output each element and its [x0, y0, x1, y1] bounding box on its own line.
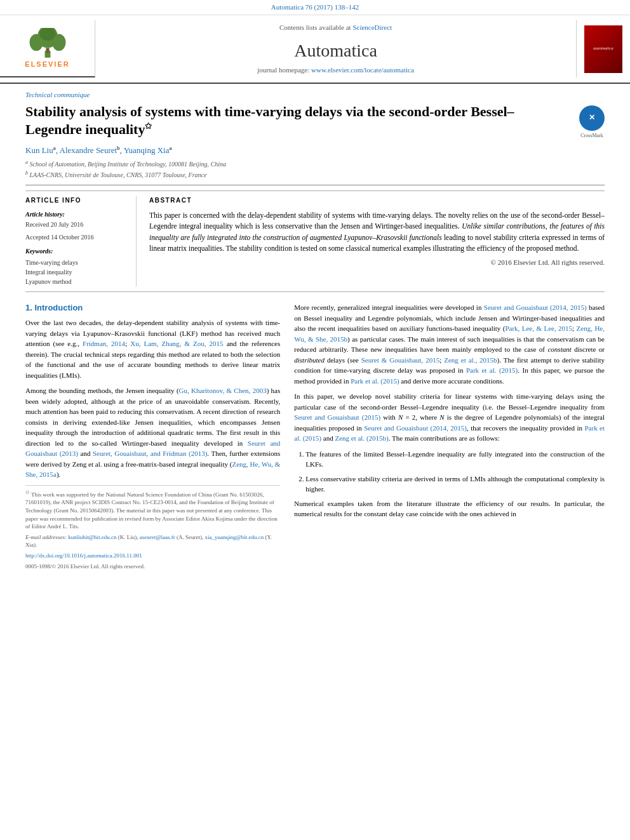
left-column: 1. Introduction Over the last two decade… [25, 302, 280, 573]
ref-seuret-2014-2015[interactable]: Seuret and Gouaisbaut (2014, 2015) [484, 303, 587, 311]
ref-zeng-2015b-2[interactable]: Zeng et al., 2015b [444, 356, 497, 364]
footnote-emails: E-mail addresses: kunliubit@bit.edu.cn (… [25, 533, 280, 549]
keyword-2: Integral inequality [25, 267, 130, 277]
contents-text: Contents lists available at [279, 23, 351, 31]
affil-sup-a1: a [53, 145, 56, 151]
title-row: Stability analysis of systems with time-… [25, 103, 605, 144]
right-paragraph-2: In this paper, we develop novel stabilit… [294, 391, 605, 444]
journal-center-info: Contents lists available at ScienceDirec… [95, 20, 576, 77]
footnotes-section: ✩ This work was supported by the Nationa… [25, 485, 280, 570]
affiliation-b: b LAAS-CNRS, Université de Toulouse, CNR… [25, 170, 605, 180]
article-info-panel: ARTICLE INFO Article history: Received 2… [25, 196, 137, 286]
keywords-label: Keywords: [25, 247, 130, 256]
elsevier-tree-icon [22, 28, 73, 60]
author-alexandre-seuret: Alexandre Seuret [60, 145, 117, 155]
keyword-1: Time-varying delays [25, 258, 130, 267]
ref-seuret-2015-n2[interactable]: Seuret and Gouaisbaut (2015) [294, 413, 380, 421]
title-superscript: ✩ [145, 121, 152, 131]
journal-title: Automatica [294, 38, 377, 63]
email-xia[interactable]: xia_yuanqing@bit.edu.cn [204, 534, 264, 540]
right-column: More recently, generalized integral ineq… [294, 302, 605, 573]
abstract-text: This paper is concerned with the delay-d… [149, 210, 605, 254]
ref-park-2015[interactable]: Park et al. (2015) [466, 366, 518, 374]
header-divider [25, 185, 605, 185]
author-kun-liu: Kun Liu [25, 145, 53, 155]
page-wrapper: Automatica 76 (2017) 138–142 ELSEVIER Co… [0, 0, 630, 840]
sciencedirect-link[interactable]: ScienceDirect [352, 23, 392, 31]
right-paragraph-3: Numerical examples taken from the litera… [294, 498, 605, 519]
svg-rect-5 [46, 48, 49, 52]
section-type-label: Technical communique [25, 90, 605, 100]
article-title: Stability analysis of systems with time-… [25, 103, 566, 139]
automatica-thumbnail: automatica [584, 25, 622, 73]
homepage-line: journal homepage: www.elsevier.com/locat… [257, 65, 414, 75]
author-yuanqing-xia: Yuanqing Xia [124, 145, 170, 155]
contribution-1: The features of the limited Bessel–Legen… [305, 449, 605, 470]
section1-number: 1. [25, 303, 32, 312]
affiliations: a School of Automation, Beijing Institut… [25, 159, 605, 180]
section1-title: Introduction [34, 303, 83, 312]
main-content: 1. Introduction Over the last two decade… [25, 302, 605, 573]
top-bar: Automatica 76 (2017) 138–142 [0, 0, 630, 15]
ref-fridman[interactable]: Fridman, 2014 [83, 340, 125, 347]
journal-thumbnail-section: automatica [576, 20, 630, 77]
right-paragraph-1: More recently, generalized integral ineq… [294, 302, 605, 386]
copyright-line: © 2016 Elsevier Ltd. All rights reserved… [149, 258, 605, 267]
affil-sup-b: b [117, 145, 120, 151]
affil-sup-a2: a [170, 145, 172, 151]
elsevier-logo-section: ELSEVIER [0, 20, 95, 77]
ref-seuret-2015[interactable]: Seuret & Gouaisbaut, 2015 [361, 356, 439, 364]
crossmark-label: CrossMark [579, 132, 605, 139]
left-paragraph-2: Among the bounding methods, the Jensen i… [25, 385, 280, 480]
sciencedirect-line: Contents lists available at ScienceDirec… [279, 23, 392, 32]
article-accepted: Accepted 14 October 2016 [25, 233, 130, 242]
ref-xu[interactable]: Xu, Lam, Zhang, & Zou, 2015 [130, 340, 223, 347]
section1-heading: 1. Introduction [25, 302, 280, 314]
article-received: Received 20 July 2016 [25, 220, 130, 229]
info-abstract-section: ARTICLE INFO Article history: Received 2… [25, 190, 605, 292]
email-seuret[interactable]: aseuret@laas.fr [140, 534, 175, 540]
ref-zeng-2015b-3[interactable]: Zeng et al. (2015b) [335, 434, 388, 442]
crossmark-icon: ✕ [579, 105, 605, 131]
contributions-list: The features of the limited Bessel–Legen… [294, 449, 605, 495]
doi-link[interactable]: http://dx.doi.org/10.1016/j.automatica.2… [25, 552, 142, 559]
email-kunliu[interactable]: kunliubit@bit.edu.cn [68, 534, 116, 540]
email-label: E-mail addresses: [25, 534, 67, 540]
affiliation-a: a School of Automation, Beijing Institut… [25, 159, 605, 169]
keyword-3: Lyapunov method [25, 277, 130, 286]
homepage-text: journal homepage: [257, 66, 309, 74]
article-history-label: Article history: [25, 210, 130, 219]
contribution-2: Less conservative stability criteria are… [305, 474, 605, 495]
ref-seuret-2014-2015-2[interactable]: Seuret and Gouaisbaut (2014, 2015) [364, 424, 467, 432]
authors-line: Kun Liua, Alexandre Seuretb, Yuanqing Xi… [25, 144, 605, 157]
ref-park[interactable]: Park, Lee, & Lee, 2015 [505, 324, 572, 332]
left-paragraph-1: Over the last two decades, the delay-dep… [25, 317, 280, 380]
article-body: Technical communique Stability analysis … [0, 84, 630, 585]
footnote-star: ✩ This work was supported by the Nationa… [25, 490, 280, 531]
journal-citation: Automatica 76 (2017) 138–142 [271, 3, 359, 11]
footnote-issn: 0005-1098/© 2016 Elsevier Ltd. All right… [25, 563, 280, 571]
article-info-label: ARTICLE INFO [25, 196, 130, 205]
homepage-url[interactable]: www.elsevier.com/locate/automatica [311, 66, 414, 74]
ref-park-2015-2[interactable]: Park et al. (2015) [351, 377, 399, 385]
abstract-label: ABSTRACT [149, 196, 605, 205]
ref-zeng-2015a[interactable]: Zeng, He, Wu, & She, 2015a [25, 460, 280, 479]
ref-seuret-fridman[interactable]: Seuret, Gouaisbaut, and Fridman (2013) [93, 450, 207, 457]
crossmark-badge: ✕ CrossMark [579, 105, 605, 139]
journal-header: ELSEVIER Contents lists available at Sci… [0, 15, 630, 84]
abstract-panel: ABSTRACT This paper is concerned with th… [149, 196, 605, 286]
elsevier-brand-name: ELSEVIER [25, 60, 69, 69]
article-title-text: Stability analysis of systems with time-… [25, 103, 514, 138]
ref-gu[interactable]: Gu, Kharitonov, & Chen, 2003 [179, 387, 267, 394]
footnote-doi: http://dx.doi.org/10.1016/j.automatica.2… [25, 552, 280, 560]
